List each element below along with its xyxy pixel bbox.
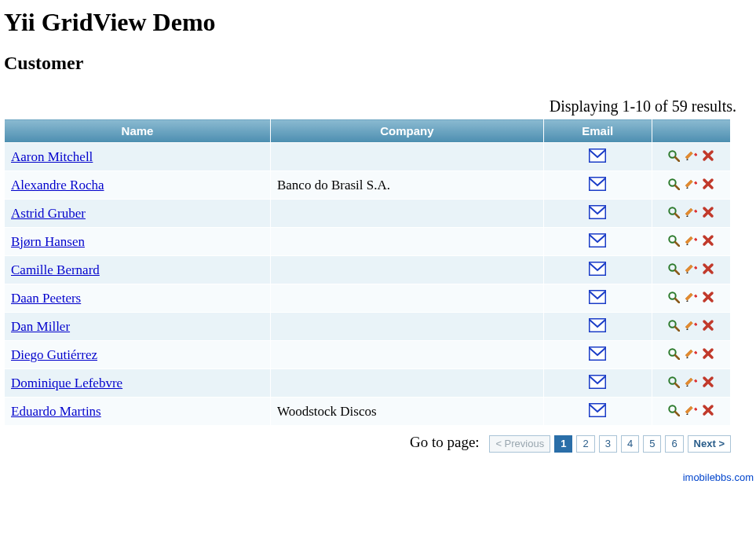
pager-page-6[interactable]: 6 [665,435,683,453]
delete-icon[interactable] [702,404,714,416]
edit-icon[interactable] [685,404,697,416]
customer-name-link[interactable]: Diego Gutiérrez [11,347,97,362]
view-icon[interactable] [667,347,680,360]
view-icon[interactable] [667,178,680,190]
svg-rect-61 [694,351,697,354]
view-icon[interactable] [667,262,680,275]
delete-icon[interactable] [702,319,714,332]
email-icon[interactable] [589,205,606,219]
view-icon[interactable] [667,149,680,162]
pager-next[interactable]: Next > [688,435,731,453]
cell-company: Banco do Brasil S.A. [270,171,543,200]
table-row: Daan Peeters [5,284,731,313]
view-icon[interactable] [667,404,680,416]
col-header-actions [652,119,730,143]
svg-rect-69 [694,380,697,383]
page-subtitle: Customer [4,53,752,74]
cell-name: Astrid Gruber [5,200,271,228]
customer-grid: Name Company Email Aaron MitchellAlexand… [4,119,731,426]
cell-email [543,171,652,200]
delete-icon[interactable] [702,149,714,162]
pager-page-2[interactable]: 2 [576,435,594,453]
svg-line-18 [675,214,679,218]
svg-line-34 [675,270,679,274]
email-icon[interactable] [589,290,606,304]
edit-icon[interactable] [685,376,697,388]
cell-company [270,200,543,228]
delete-icon[interactable] [702,262,714,275]
email-icon[interactable] [589,403,606,417]
email-icon[interactable] [589,148,606,163]
cell-email [543,398,652,426]
cell-email [543,256,652,284]
cell-name: Alexandre Rocha [5,171,271,200]
cell-name: Eduardo Martins [5,398,271,426]
pager-page-3[interactable]: 3 [599,435,617,453]
edit-icon[interactable] [685,319,697,332]
col-header-email[interactable]: Email [543,119,652,143]
edit-icon[interactable] [685,347,697,360]
table-row: Aaron Mitchell [5,143,731,171]
table-row: Dan Miller [5,313,731,341]
delete-icon[interactable] [702,347,714,360]
customer-name-link[interactable]: Camille Bernard [11,262,100,277]
delete-icon[interactable] [702,234,714,247]
delete-icon[interactable] [702,291,714,303]
customer-name-link[interactable]: Dan Miller [11,319,70,334]
view-icon[interactable] [667,319,680,332]
cell-name: Diego Gutiérrez [5,341,271,369]
edit-icon[interactable] [685,206,697,218]
customer-name-link[interactable]: Dominique Lefebvre [11,376,122,390]
cell-email [543,200,652,228]
svg-rect-37 [694,266,697,270]
cell-actions [652,256,730,284]
email-icon[interactable] [589,177,606,191]
page-title: Yii GridView Demo [4,8,752,37]
customer-name-link[interactable]: Aaron Mitchell [11,149,93,164]
edit-icon[interactable] [685,149,697,162]
customer-name-link[interactable]: Astrid Gruber [11,206,86,221]
email-icon[interactable] [589,346,606,361]
customer-name-link[interactable]: Alexandre Rocha [11,178,104,192]
customer-name-link[interactable]: Bjørn Hansen [11,234,85,249]
svg-rect-52 [685,321,692,328]
svg-rect-21 [694,210,697,213]
pager-page-5[interactable]: 5 [643,435,661,453]
pager-prev: < Previous [489,435,550,453]
cell-company [270,228,543,256]
col-header-company[interactable]: Company [270,119,543,143]
svg-rect-60 [685,350,692,357]
cell-company: Woodstock Discos [270,398,543,426]
svg-line-26 [675,242,679,246]
email-icon[interactable] [589,375,606,389]
svg-rect-13 [694,182,697,185]
svg-rect-45 [694,295,697,298]
delete-icon[interactable] [702,206,714,218]
cell-name: Camille Bernard [5,256,271,284]
svg-line-42 [675,299,679,302]
view-icon[interactable] [667,291,680,303]
footer-link[interactable]: imobilebbs.com [683,471,754,483]
edit-icon[interactable] [685,291,697,303]
email-icon[interactable] [589,262,606,276]
edit-icon[interactable] [685,234,697,247]
edit-icon[interactable] [685,178,697,190]
view-icon[interactable] [667,376,680,388]
email-icon[interactable] [589,318,606,332]
email-icon[interactable] [589,233,606,248]
delete-icon[interactable] [702,178,714,190]
col-header-name[interactable]: Name [5,119,271,143]
cell-actions [652,341,730,369]
delete-icon[interactable] [702,376,714,388]
customer-name-link[interactable]: Eduardo Martins [11,404,101,419]
svg-line-74 [675,412,679,416]
customer-name-link[interactable]: Daan Peeters [11,291,81,306]
svg-rect-53 [694,323,697,326]
pager-page-4[interactable]: 4 [621,435,639,453]
cell-company [270,313,543,341]
cell-company [270,256,543,284]
view-icon[interactable] [667,206,680,218]
view-icon[interactable] [667,234,680,247]
svg-rect-4 [685,152,692,159]
edit-icon[interactable] [685,262,697,275]
